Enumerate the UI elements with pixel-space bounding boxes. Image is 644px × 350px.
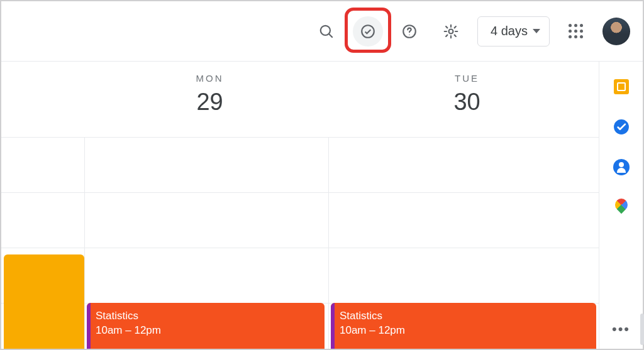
grid-vline: [84, 137, 85, 349]
grid-vline: [328, 137, 329, 349]
event-accent: [87, 303, 91, 349]
calendar-grid: MON 29 TUE 30: [1, 62, 599, 349]
help-icon[interactable]: [394, 16, 425, 46]
day-header-mon[interactable]: MON 29: [84, 62, 335, 137]
day-of-week: TUE: [335, 73, 599, 84]
tasks-icon[interactable]: [353, 16, 383, 46]
maps-icon[interactable]: [613, 199, 630, 216]
svg-point-2: [362, 25, 374, 38]
tasks-app-icon[interactable]: [613, 118, 630, 136]
settings-gear-icon[interactable]: [436, 16, 466, 46]
keep-icon[interactable]: [613, 78, 630, 96]
hour-line: [1, 137, 599, 138]
event-time: 10am – 12pm: [96, 324, 316, 338]
addons-more-icon[interactable]: •••: [599, 321, 643, 337]
scrollbar-thumb[interactable]: [640, 314, 644, 345]
day-headers: MON 29 TUE 30: [1, 62, 599, 137]
svg-point-5: [449, 29, 453, 33]
view-label: 4 days: [491, 24, 528, 38]
event-time: 10am – 12pm: [340, 324, 587, 338]
svg-point-0: [321, 25, 330, 35]
search-icon[interactable]: [311, 16, 341, 46]
day-header-tue[interactable]: TUE 30: [335, 62, 599, 137]
calendar-event[interactable]: Statistics 10am – 12pm: [87, 303, 325, 349]
account-avatar[interactable]: [602, 18, 630, 45]
main-content: MON 29 TUE 30: [1, 62, 643, 349]
event-stub[interactable]: [4, 254, 84, 349]
svg-point-4: [409, 34, 409, 35]
day-of-week: MON: [84, 73, 335, 84]
event-accent: [331, 303, 335, 349]
hour-line: [1, 248, 599, 248]
day-number: 30: [335, 89, 599, 116]
view-switcher[interactable]: 4 days: [477, 16, 550, 46]
time-grid[interactable]: Statistics 10am – 12pm Statistics 10am –…: [1, 137, 599, 349]
svg-line-1: [329, 33, 333, 37]
calendar-event[interactable]: Statistics 10am – 12pm: [331, 303, 596, 349]
topbar: 4 days: [1, 1, 643, 62]
event-title: Statistics: [340, 309, 587, 324]
event-title: Statistics: [96, 309, 316, 324]
day-number: 29: [84, 89, 335, 116]
contacts-icon[interactable]: [613, 158, 630, 176]
hour-line: [1, 192, 599, 193]
google-apps-icon[interactable]: [561, 16, 591, 46]
chevron-down-icon: [533, 29, 540, 33]
side-panel: •••: [599, 62, 643, 349]
